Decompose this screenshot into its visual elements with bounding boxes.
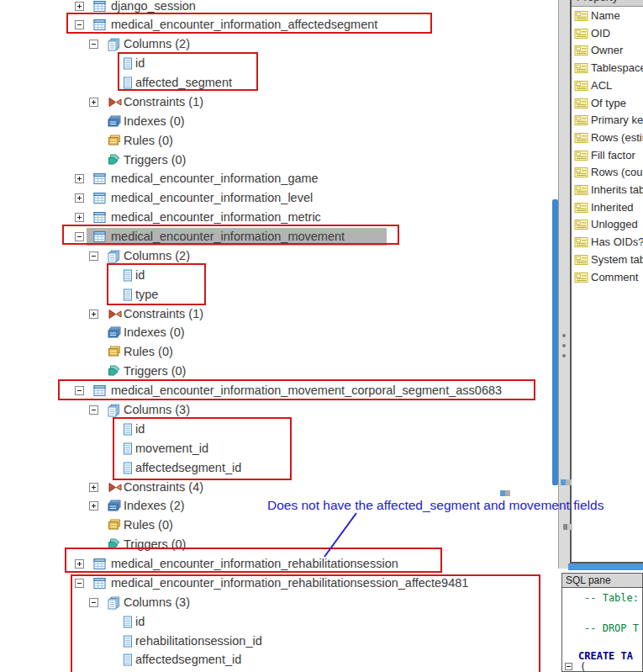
table-icon (93, 192, 108, 205)
constraints-icon (108, 481, 122, 495)
tree-row[interactable]: affected_segment (0, 73, 558, 93)
expand-icon[interactable] (75, 2, 84, 11)
property-icon (574, 184, 588, 196)
expand-icon[interactable] (89, 501, 98, 511)
property-row[interactable]: System tab (572, 251, 643, 268)
tree-scrollbar-thumb[interactable] (552, 199, 558, 485)
expand-icon[interactable] (89, 483, 98, 492)
property-label: Of type (591, 94, 626, 112)
property-label: Primary key (591, 111, 643, 129)
property-label: Fill factor (591, 146, 635, 164)
tree-row[interactable]: Constraints (4) (0, 478, 558, 497)
properties-column-header[interactable]: Property (572, 0, 643, 7)
property-label: Inherits tab (591, 181, 643, 198)
annotation-arrow-line (319, 509, 361, 559)
tree-row[interactable]: medical_encounter_information_game (0, 169, 558, 188)
tree-row[interactable]: Columns (2) (0, 34, 558, 54)
indexes-icon (108, 115, 122, 129)
property-icon (574, 272, 588, 283)
tree-item-label: Indexes (2) (124, 496, 185, 516)
rules-icon (108, 346, 122, 359)
property-label: Rows (coun (591, 163, 643, 181)
constraints-icon (108, 308, 122, 321)
annotation-box-rehabsession-affecte-subtree (71, 574, 540, 672)
property-row[interactable]: Primary key (572, 111, 643, 129)
property-row[interactable]: Comment (572, 268, 643, 286)
property-row[interactable]: Rows (estim (572, 129, 643, 146)
property-icon (574, 202, 588, 214)
tree-row[interactable]: medical_encounter_information_level (0, 188, 558, 208)
tree-row[interactable]: id (0, 54, 558, 73)
tree-row[interactable]: Rules (0) (0, 131, 558, 151)
tree-row[interactable]: id (0, 266, 558, 285)
property-icon (574, 236, 588, 248)
tree-item-label: Rules (0) (124, 131, 173, 151)
expand-icon[interactable] (75, 193, 84, 203)
ui-artifact (505, 490, 510, 496)
tree-row[interactable]: type (0, 285, 558, 304)
tree-row[interactable]: Rules (0) (0, 516, 558, 535)
sql-line: -- Table: (584, 592, 639, 604)
expand-icon[interactable] (89, 98, 98, 107)
tree-row[interactable]: Indexes (0) (0, 323, 558, 342)
sql-pane-content[interactable]: -- Table:-- DROP TCREATE TA( (562, 588, 642, 671)
tree-row[interactable]: Constraints (1) (0, 93, 558, 112)
property-icon (574, 80, 588, 92)
table-icon (93, 211, 108, 225)
property-label: ACL (591, 77, 612, 94)
collapse-icon[interactable] (89, 40, 98, 49)
tree-item-label: Columns (2) (124, 34, 190, 54)
rules-icon (108, 519, 122, 532)
tree-item-label: Constraints (4) (124, 478, 203, 497)
tree-row[interactable]: Columns (2) (0, 246, 558, 266)
property-label: System tab (591, 251, 643, 268)
tree-item-label: medical_encounter_information_game (111, 169, 319, 188)
property-row[interactable]: Fill factor (572, 146, 643, 164)
annotation-box-corporal-segment-columns (113, 417, 292, 480)
tree-item-label: Constraints (1) (124, 93, 203, 112)
expand-icon[interactable] (75, 213, 84, 222)
property-row[interactable]: Tablespace (572, 59, 643, 77)
property-row[interactable]: OID (572, 24, 643, 42)
tree-row[interactable]: Indexes (0) (0, 112, 558, 131)
property-row[interactable]: Inherits tab (572, 181, 643, 198)
property-icon (574, 28, 588, 40)
splitter-grip-dot (562, 354, 566, 357)
property-row[interactable]: Unlogged (572, 215, 643, 233)
tree-row[interactable]: Constraints (1) (0, 304, 558, 324)
property-row[interactable]: Of type (572, 94, 643, 112)
tree-item-label: Indexes (0) (124, 323, 185, 342)
collapse-icon[interactable] (89, 251, 98, 261)
expand-icon[interactable] (89, 310, 98, 319)
tree-row[interactable]: Rules (0) (0, 342, 558, 362)
property-row[interactable]: Owner (572, 41, 643, 59)
columns-icon (108, 404, 122, 417)
property-row[interactable]: Has OIDs? (572, 233, 643, 251)
rules-icon (108, 135, 122, 148)
property-label: Inherited (591, 198, 634, 216)
triggers-icon (108, 365, 122, 378)
triggers-icon (108, 154, 122, 167)
sql-line: -- DROP T (584, 622, 639, 634)
table-icon (93, 172, 108, 186)
expand-icon[interactable] (75, 174, 84, 183)
code-fold-icon[interactable] (565, 663, 572, 670)
sql-line: CREATE TA (578, 650, 633, 662)
tree-row[interactable]: Triggers (0) (0, 151, 558, 170)
tree-item-label: Triggers (0) (124, 151, 186, 170)
columns-icon (108, 250, 122, 263)
sql-pane[interactable]: SQL pane -- Table:-- DROP TCREATE TA( (561, 573, 643, 672)
property-label: Owner (591, 41, 623, 59)
horizontal-sash[interactable] (568, 564, 643, 570)
property-icon (574, 10, 588, 22)
tree-item-label: Rules (0) (124, 516, 173, 535)
property-label: Comment (591, 268, 638, 286)
property-row[interactable]: Name (572, 7, 643, 24)
tree-item-label: Indexes (0) (124, 112, 185, 131)
property-row[interactable]: Inherited (572, 198, 643, 216)
ui-artifact (566, 479, 572, 485)
property-row[interactable]: ACL (572, 77, 643, 94)
collapse-icon[interactable] (89, 405, 98, 415)
tree-row[interactable]: Triggers (0) (0, 362, 558, 381)
property-row[interactable]: Rows (coun (572, 163, 643, 181)
